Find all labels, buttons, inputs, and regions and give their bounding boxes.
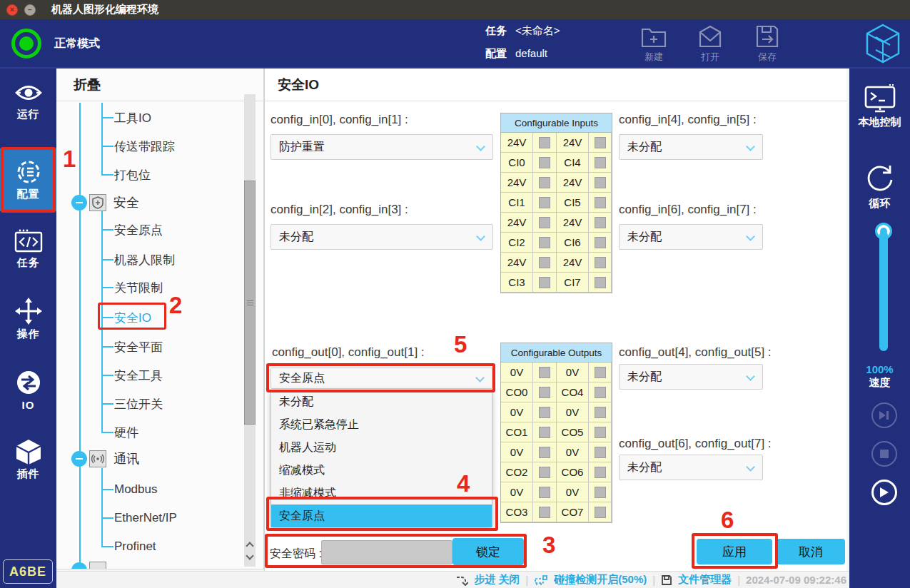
config-out-67-dropdown[interactable]: 未分配 bbox=[619, 455, 763, 480]
option-safe-home-selected[interactable]: 安全原点 bbox=[271, 505, 492, 527]
chevron-down-icon bbox=[746, 372, 755, 381]
cube-icon bbox=[14, 438, 43, 465]
right-control-bar: 本地控制 循环 100% 速度 bbox=[849, 69, 910, 588]
collapse-node-icon[interactable] bbox=[71, 195, 87, 211]
tree-item-robot-limit[interactable]: 机器人限制 bbox=[114, 250, 175, 269]
gear-icon bbox=[14, 158, 43, 186]
loop-icon bbox=[863, 160, 897, 194]
task-label: 任务 bbox=[485, 24, 507, 38]
output-indicator bbox=[533, 363, 557, 382]
option-reduced-mode[interactable]: 缩减模式 bbox=[271, 459, 492, 482]
output-indicator bbox=[589, 502, 612, 522]
local-control-button[interactable]: 本地控制 bbox=[849, 84, 910, 129]
collapse-node-icon[interactable] bbox=[71, 451, 87, 467]
tree-item-hardware[interactable]: 硬件 bbox=[114, 423, 138, 442]
config-in-67-dropdown[interactable]: 未分配 bbox=[619, 224, 763, 250]
tree-item-safety-io[interactable]: 安全IO bbox=[114, 308, 151, 327]
tree-group-partial[interactable] bbox=[56, 561, 263, 569]
lock-button[interactable]: 锁定 bbox=[453, 538, 524, 565]
tree-collapse-header[interactable]: 折叠 bbox=[56, 69, 263, 101]
tree-item-safe-home[interactable]: 安全原点 bbox=[114, 220, 163, 239]
collision-detect-icon bbox=[534, 574, 548, 586]
tree-item-conveyor[interactable]: 传送带跟踪 bbox=[114, 137, 175, 156]
save-label: 保存 bbox=[758, 51, 777, 62]
config-label: 配置 bbox=[485, 47, 507, 61]
step-mode-icon bbox=[455, 574, 468, 586]
config-out-67-label: config_out[6], config_out[7] : bbox=[619, 437, 772, 451]
sidebar-item-io[interactable]: IO bbox=[0, 368, 56, 411]
step-mode-status[interactable]: 步进 关闭 bbox=[474, 573, 520, 587]
inputs-table-title: Configurable Inputs bbox=[501, 113, 612, 133]
config-in-01-dropdown[interactable]: 防护重置 bbox=[271, 134, 493, 160]
config-out-01-dropdown[interactable]: 安全原点 bbox=[271, 368, 492, 389]
new-button[interactable]: 新建 bbox=[631, 24, 677, 64]
tree-branch-line bbox=[101, 103, 103, 175]
play-button[interactable] bbox=[871, 480, 897, 505]
scroll-down-icon[interactable] bbox=[245, 554, 255, 561]
tree-item-safety-plane[interactable]: 安全平面 bbox=[114, 338, 163, 356]
file-manager-icon bbox=[661, 574, 672, 586]
input-indicator bbox=[533, 273, 557, 293]
brand-logo bbox=[864, 23, 903, 67]
tree-item-profinet[interactable]: Profinet bbox=[114, 537, 156, 556]
config-in-67-label: config_in[6], config_in[7] : bbox=[619, 203, 757, 217]
window-title: 机器人图形化编程环境 bbox=[51, 3, 158, 16]
cancel-button[interactable]: 取消 bbox=[777, 539, 845, 564]
loop-label: 循环 bbox=[849, 197, 910, 211]
input-indicator bbox=[533, 193, 557, 213]
scroll-up-icon[interactable] bbox=[245, 541, 255, 548]
option-unassigned[interactable]: 未分配 bbox=[271, 390, 492, 413]
safety-password-input[interactable] bbox=[321, 540, 453, 564]
collision-detect-status[interactable]: 碰撞检测开启(50%) bbox=[554, 573, 647, 587]
tree-item-pack[interactable]: 打包位 bbox=[114, 166, 151, 184]
config-in-45-label: config_in[4], config_in[5] : bbox=[619, 113, 757, 127]
tree-scrollbar[interactable] bbox=[244, 94, 256, 567]
sidebar-label-plugin: 插件 bbox=[0, 467, 56, 481]
sidebar-item-config[interactable]: 配置 bbox=[0, 148, 56, 211]
file-manager-link[interactable]: 文件管理器 bbox=[678, 573, 732, 587]
version-badge: A6BE bbox=[3, 559, 53, 584]
sidebar-label-task: 任务 bbox=[0, 256, 56, 270]
tree-item-modbus[interactable]: Modbus bbox=[114, 480, 157, 499]
config-out-45-dropdown[interactable]: 未分配 bbox=[619, 364, 763, 390]
step-forward-button[interactable] bbox=[871, 402, 897, 428]
open-button[interactable]: 打开 bbox=[687, 24, 733, 64]
chevron-down-icon bbox=[746, 462, 755, 472]
collapse-node-icon bbox=[71, 562, 87, 569]
outputs-table-title: Configurable Outputs bbox=[501, 343, 612, 363]
option-robot-moving[interactable]: 机器人运动 bbox=[271, 436, 492, 459]
close-icon[interactable]: × bbox=[6, 4, 18, 16]
tree-item-ethernet-ip[interactable]: EtherNet/IP bbox=[114, 509, 177, 527]
input-indicator bbox=[589, 273, 612, 293]
sidebar-item-plugin[interactable]: 插件 bbox=[0, 438, 56, 481]
sidebar-item-run[interactable]: 运行 bbox=[0, 80, 56, 121]
option-estop[interactable]: 系统已紧急停止 bbox=[271, 413, 492, 436]
tree-group-safety[interactable]: 安全 bbox=[56, 193, 263, 212]
tree-item-three-position-switch[interactable]: 三位开关 bbox=[114, 395, 163, 413]
sidebar-item-operate[interactable]: 操作 bbox=[0, 297, 56, 341]
mode-status-icon bbox=[11, 29, 41, 59]
save-button[interactable]: 保存 bbox=[744, 24, 790, 64]
tree-item-safety-tool[interactable]: 安全工具 bbox=[114, 366, 163, 385]
config-in-23-dropdown[interactable]: 未分配 bbox=[271, 224, 493, 250]
app-window: × − 机器人图形化编程环境 正常模式 任务<未命名> 配置default 新建… bbox=[0, 0, 910, 588]
output-indicator bbox=[589, 363, 612, 382]
sidebar-label-config: 配置 bbox=[0, 188, 56, 201]
sidebar-label-operate: 操作 bbox=[0, 328, 56, 341]
tree-scrollbar-thumb[interactable] bbox=[244, 181, 256, 425]
apply-button[interactable]: 应用 bbox=[697, 539, 772, 564]
tree-item-joint-limit[interactable]: 关节限制 bbox=[114, 278, 163, 297]
sidebar-item-task[interactable]: 任务 bbox=[0, 228, 56, 270]
chevron-down-icon bbox=[746, 142, 755, 151]
loop-button[interactable]: 循环 bbox=[849, 160, 910, 211]
tree-item-tool-io[interactable]: 工具IO bbox=[114, 108, 151, 127]
task-value: <未命名> bbox=[515, 24, 560, 38]
config-in-45-dropdown[interactable]: 未分配 bbox=[619, 134, 763, 160]
minimize-icon[interactable]: − bbox=[24, 4, 36, 16]
output-indicator bbox=[589, 462, 612, 482]
speed-slider-track[interactable] bbox=[879, 231, 888, 351]
tree-group-comm[interactable]: 通讯 bbox=[56, 450, 263, 468]
input-indicator bbox=[589, 133, 612, 153]
stop-button[interactable] bbox=[871, 441, 897, 467]
option-non-reduced-mode[interactable]: 非缩减模式 bbox=[271, 482, 492, 505]
